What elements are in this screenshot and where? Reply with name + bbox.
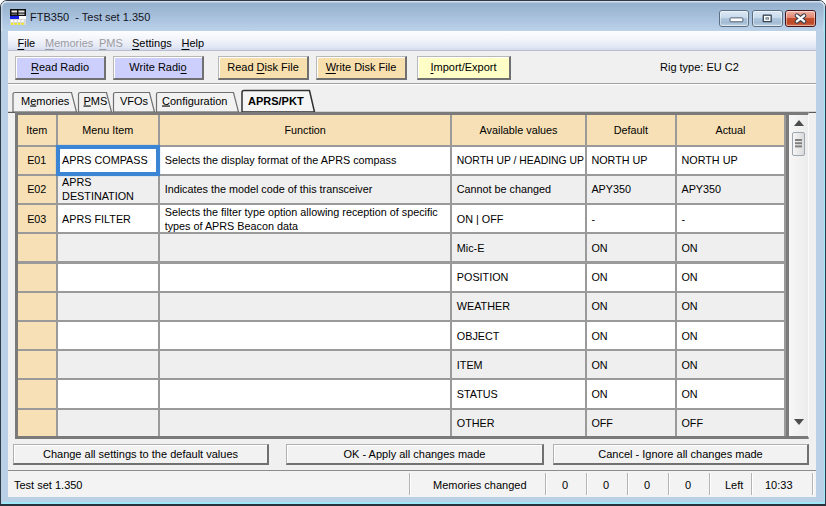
svg-text:VFOs: VFOs bbox=[120, 95, 149, 107]
svg-text:PMS: PMS bbox=[84, 95, 108, 107]
svg-text:APRS/PKT: APRS/PKT bbox=[248, 95, 304, 107]
svg-text:Configuration: Configuration bbox=[162, 95, 227, 107]
svg-text:Memories: Memories bbox=[21, 95, 70, 107]
